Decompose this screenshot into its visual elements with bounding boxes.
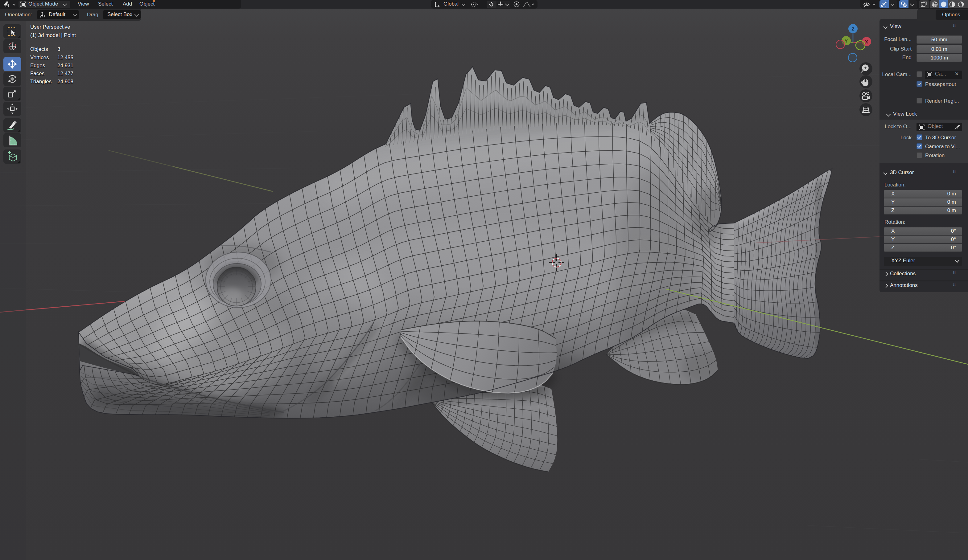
svg-text:Z: Z: [852, 26, 854, 31]
svg-text:Y: Y: [845, 38, 848, 43]
